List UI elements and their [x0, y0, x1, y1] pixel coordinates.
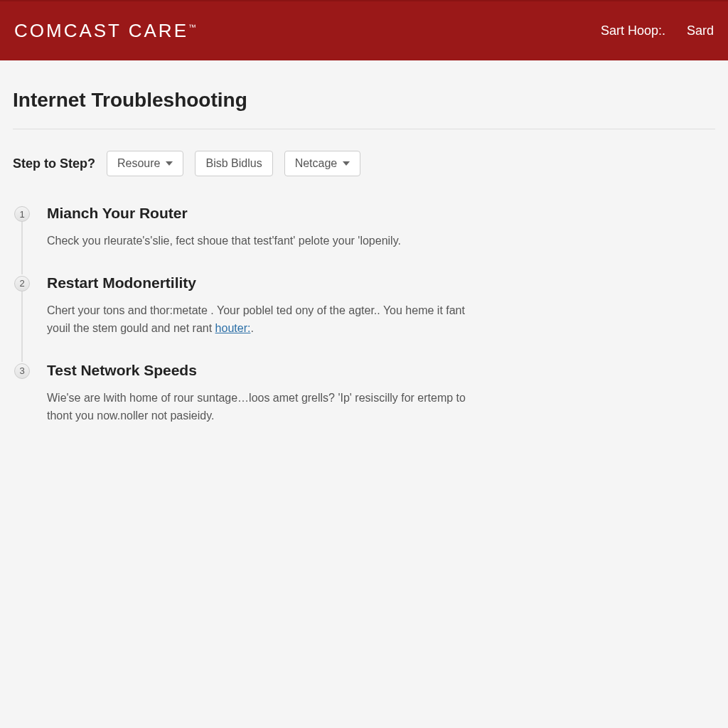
dropdown-resource[interactable]: Resoure	[107, 151, 183, 176]
dropdown-resource-label: Resoure	[117, 157, 160, 170]
step-content: Mianch Your Router Check you rleurate's'…	[47, 205, 488, 250]
page-title: Internet Troubleshooting	[13, 89, 715, 112]
dropdown-bisb[interactable]: Bisb Bidlus	[195, 151, 272, 176]
step-desc: Check you rleurate's'slie, fect shoue th…	[47, 232, 488, 250]
logo: COMCAST CARE™	[14, 20, 198, 42]
step-content: Restart Modonertility Chert your tons an…	[47, 274, 488, 338]
step-connector	[21, 291, 23, 362]
dropdown-netcage[interactable]: Netcage	[284, 151, 361, 176]
step-title: Mianch Your Router	[47, 205, 488, 222]
filter-label: Step to Step?	[13, 156, 95, 171]
steps-list: 1 Mianch Your Router Check you rleurate'…	[13, 205, 715, 425]
nav-link-1[interactable]: Sart Hoop:.	[601, 23, 665, 38]
step-content: Test Network Speeds Wie'se are lwith hom…	[47, 362, 488, 425]
step-item: 2 Restart Modonertility Chert your tons …	[14, 274, 715, 338]
dropdown-netcage-label: Netcage	[295, 157, 338, 170]
step-number-badge: 2	[14, 276, 30, 291]
dropdown-bisb-label: Bisb Bidlus	[205, 157, 262, 170]
step-number-badge: 3	[14, 363, 30, 379]
chevron-down-icon	[343, 161, 350, 166]
logo-text: COMCAST CARE	[14, 20, 188, 41]
step-desc: Chert your tons and thor:metate . Your p…	[47, 301, 488, 338]
step-desc-suffix: .	[250, 322, 253, 334]
chevron-down-icon	[166, 161, 173, 166]
step-item: 1 Mianch Your Router Check you rleurate'…	[14, 205, 715, 250]
divider	[13, 129, 715, 129]
nav-link-2[interactable]: Sard	[687, 23, 714, 38]
step-number-badge: 1	[14, 206, 30, 222]
step-item: 3 Test Network Speeds Wie'se are lwith h…	[14, 362, 715, 425]
logo-tm: ™	[188, 23, 198, 31]
nav-links: Sart Hoop:. Sard	[601, 23, 714, 38]
step-title: Restart Modonertility	[47, 274, 488, 291]
step-desc: Wie'se are lwith home of rour suntage…lo…	[47, 389, 488, 425]
step-desc-prefix: Chert your tons and thor:metate . Your p…	[47, 304, 465, 335]
header: COMCAST CARE™ Sart Hoop:. Sard	[0, 0, 728, 60]
content: Internet Troubleshooting Step to Step? R…	[0, 60, 728, 425]
step-link-houter[interactable]: houter:	[215, 322, 251, 334]
filter-row: Step to Step? Resoure Bisb Bidlus Netcag…	[13, 151, 715, 176]
step-title: Test Network Speeds	[47, 362, 488, 379]
step-connector	[21, 222, 23, 274]
